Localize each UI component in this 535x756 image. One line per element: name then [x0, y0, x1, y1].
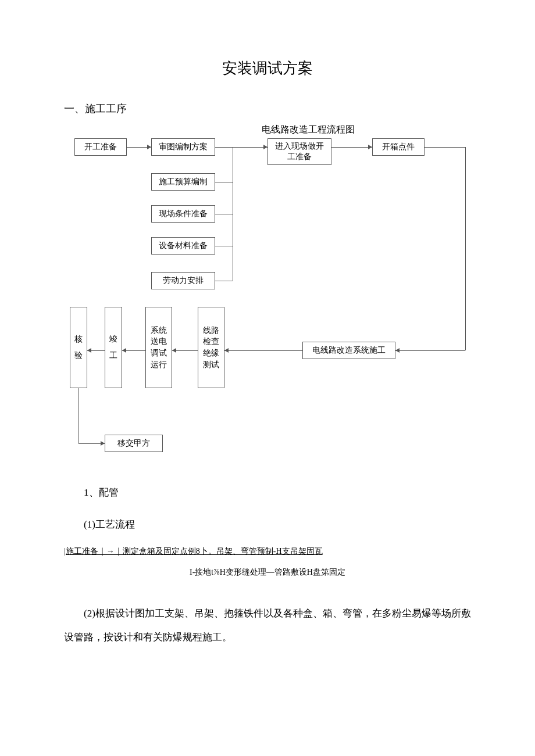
connector: [395, 350, 465, 351]
connector: [465, 147, 466, 350]
connector: [331, 147, 372, 148]
box-review-plan: 审图编制方案: [151, 138, 215, 156]
page-title: 安装调试方案: [64, 58, 471, 78]
arrow-icon: [147, 145, 151, 149]
connector: [224, 350, 302, 351]
connector: [215, 147, 268, 148]
box-acceptance: 核验: [70, 307, 87, 388]
box-line-insulation: 线路检查绝缘测试: [198, 307, 224, 388]
connector: [233, 147, 233, 281]
heading-piping: 1、配管: [64, 481, 471, 505]
section-heading-1: 一、施工工序: [64, 102, 471, 116]
box-power-test: 系统送电调试运行: [145, 307, 172, 388]
arrow-icon: [263, 145, 268, 149]
flow-text-2: I-接地t⅞H变形缝处理—管路敷设H盘第固定: [64, 566, 471, 579]
flowchart: 开工准备 审图编制方案 进入现场做开工准备 开箱点件 施工预算编制 现场条件准备…: [70, 138, 477, 464]
arrow-icon: [122, 348, 126, 353]
box-system-construction: 电线路改造系统施工: [302, 342, 395, 359]
box-start-prep: 开工准备: [74, 138, 127, 156]
flowchart-title: 电线路改造工程流程图: [145, 124, 471, 136]
arrow-icon: [368, 145, 372, 149]
paragraph-2: (2)根据设计图加工支架、吊架、抱箍铁件以及各种盒、箱、弯管，在多粉尘易爆等场所…: [64, 602, 471, 650]
connector: [215, 214, 233, 214]
box-materials: 设备材料准备: [151, 237, 215, 255]
box-budget: 施工预算编制: [151, 173, 215, 191]
box-handover: 移交甲方: [105, 435, 163, 452]
connector: [215, 281, 233, 281]
box-enter-site: 进入现场做开工准备: [268, 138, 331, 165]
arrow-icon: [87, 348, 91, 353]
arrow-icon: [395, 348, 400, 353]
arrow-icon: [172, 348, 176, 353]
arrow-icon: [101, 441, 105, 446]
connector: [79, 388, 79, 443]
connector: [215, 246, 233, 246]
connector: [425, 147, 465, 148]
connector: [215, 182, 233, 182]
box-completion: 竣工: [105, 307, 122, 388]
box-labor: 劳动力安排: [151, 272, 215, 289]
box-site-cond: 现场条件准备: [151, 205, 215, 223]
box-unbox-check: 开箱点件: [372, 138, 425, 156]
flow-text-1: |施工准备｜→｜测定盒箱及固定点例8卜。吊架、弯管预制-H支吊架固瓦: [64, 545, 471, 558]
arrow-icon: [224, 348, 229, 353]
heading-process-flow: (1)工艺流程: [64, 513, 471, 537]
